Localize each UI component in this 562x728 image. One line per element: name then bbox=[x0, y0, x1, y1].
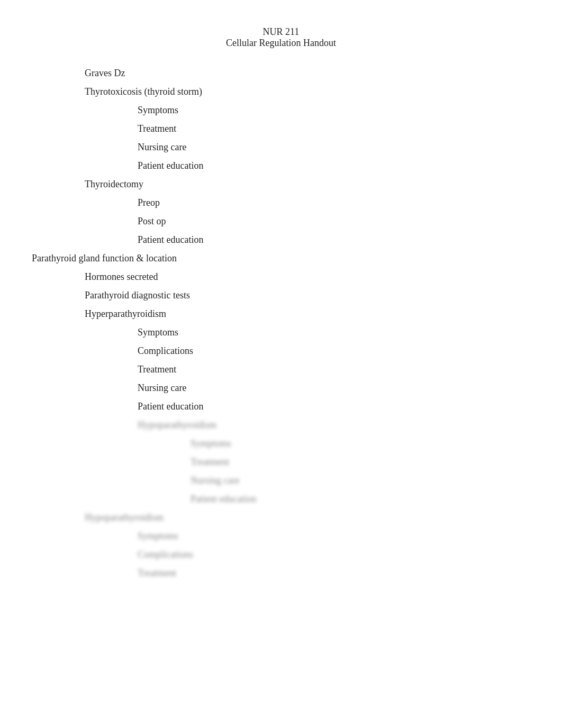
page-header: NUR 211 Cellular Regulation Handout bbox=[32, 26, 530, 49]
outline-item-thyroidectomy: Thyroidectomy bbox=[85, 179, 530, 190]
outline-item-parathyroid-diagnostic: Parathyroid diagnostic tests bbox=[85, 290, 530, 301]
outline-item-thyroidectomy-patient-ed: Patient education bbox=[138, 234, 530, 245]
outline: Graves DzThyrotoxicosis (thyroid storm)S… bbox=[32, 68, 530, 579]
outline-item-blurred-hypoparathyroidism2: Hypoparathyroidism bbox=[85, 512, 530, 523]
outline-item-thyroidectomy-postop: Post op bbox=[138, 216, 530, 227]
outline-item-hyperparathyroidism-complications: Complications bbox=[138, 345, 530, 357]
outline-item-thyrotoxicosis-treatment: Treatment bbox=[138, 123, 530, 134]
outline-item-blurred-hypo2-treatment: Treatment bbox=[138, 568, 530, 579]
header-line2: Cellular Regulation Handout bbox=[32, 38, 530, 49]
outline-item-blurred-hypo2-complications: Complications bbox=[138, 549, 530, 560]
outline-item-thyrotoxicosis-symptoms: Symptoms bbox=[138, 105, 530, 116]
outline-item-thyrotoxicosis: Thyrotoxicosis (thyroid storm) bbox=[85, 86, 530, 97]
outline-item-thyrotoxicosis-patient-ed: Patient education bbox=[138, 160, 530, 171]
header-line1: NUR 211 bbox=[32, 26, 530, 38]
outline-item-blurred-hypo-patient-ed: Patient education bbox=[191, 494, 530, 505]
outline-item-parathyroid-function: Parathyroid gland function & location bbox=[32, 253, 530, 264]
outline-item-blurred-hypo-nursing: Nursing care bbox=[191, 475, 530, 486]
outline-item-blurred-hypo2-symptoms: Symptoms bbox=[138, 531, 530, 542]
outline-item-blurred-hypoparathyroidism: Hypoparathyroidism bbox=[138, 420, 530, 431]
outline-item-blurred-hypo-treatment: Treatment bbox=[191, 457, 530, 468]
outline-item-hyperparathyroidism-patient-ed: Patient education bbox=[138, 401, 530, 412]
outline-item-hyperparathyroidism-treatment: Treatment bbox=[138, 364, 530, 375]
outline-item-blurred-hypo-symptoms: Symptoms bbox=[191, 438, 530, 449]
outline-item-hyperparathyroidism: Hyperparathyroidism bbox=[85, 308, 530, 320]
outline-item-hyperparathyroidism-symptoms: Symptoms bbox=[138, 327, 530, 338]
outline-item-hyperparathyroidism-nursing: Nursing care bbox=[138, 383, 530, 394]
outline-item-thyrotoxicosis-nursing: Nursing care bbox=[138, 142, 530, 153]
outline-item-thyroidectomy-preop: Preop bbox=[138, 197, 530, 208]
outline-item-hormones-secreted: Hormones secreted bbox=[85, 271, 530, 283]
outline-item-graves-dz: Graves Dz bbox=[85, 68, 530, 79]
